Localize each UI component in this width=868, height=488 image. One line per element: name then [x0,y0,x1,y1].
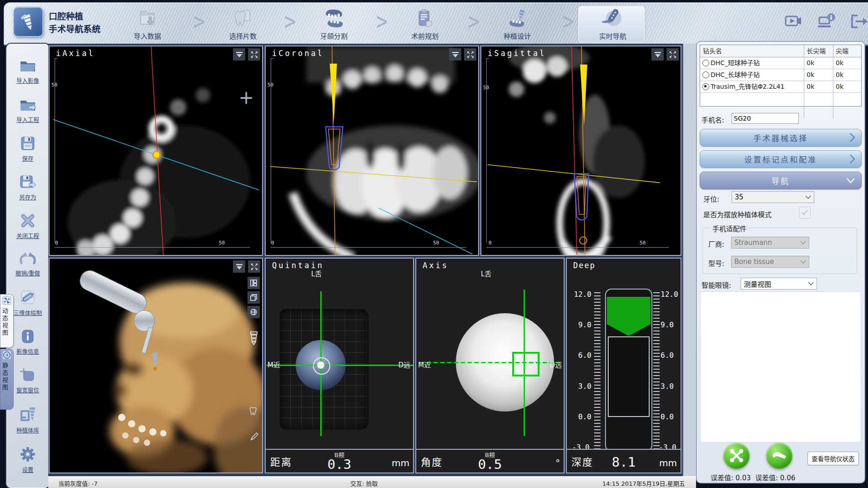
ruler-label: 50 [267,82,273,88]
viewport-sagittal[interactable]: iSagittal 50 0 50 [480,46,681,256]
vendor-select[interactable]: Straumann [731,237,809,249]
handpiece-name-input[interactable] [732,113,799,124]
ruler-label: 50 [483,85,489,91]
import-project-icon [19,97,37,112]
sidebar-item-save[interactable]: 保存 [20,136,36,163]
metric-value: 0.3 [266,457,413,472]
sidebar-item-volume-render[interactable]: 三维体绘制 [14,289,42,317]
tab-static-view[interactable]: 静态视图 [0,349,14,410]
radio-unselected-icon[interactable] [702,71,709,78]
sidebar-item-implant-library[interactable]: 种植体库 [16,407,39,434]
viewport-coronal[interactable]: iCoronal 50 0 50 [265,46,479,256]
tick-label: 3.0 [570,382,591,391]
tick-label: 12.0 [570,290,591,299]
step-implant-design[interactable]: 种植设计 [485,7,549,41]
drill-row[interactable]: DHC_短球种子钻 0k 0k [700,57,861,69]
title-workflow-bar: 口腔种植 手术导航系统 导入数据 > 选择片数 > 牙颌分割 > 术前规划 > … [4,2,868,45]
skull-3d-render[interactable] [50,259,262,473]
set-markers-registration-button[interactable]: 设置标记点和配准 [700,150,862,168]
layout-grid-icon[interactable] [247,277,260,289]
step-jaw-segmentation[interactable]: 牙颌分割 [302,7,366,41]
sidebar-item-label: 保存 [20,154,36,163]
sidebar-item-import-project[interactable]: 导入工程 [16,97,39,124]
static-view-icon [2,351,12,361]
sidebar-item-image-info[interactable]: 影像信息 [16,329,39,356]
tooth-icon[interactable] [249,406,259,418]
sidebar-item-save-as[interactable]: 另存为 [19,174,36,201]
navigation-section-header[interactable]: 导航 [700,172,862,189]
drill-table[interactable]: 钻头名 长尖端 尖端 DHC_短球种子钻 0k 0k DHC_长球种子钻 0k … [700,45,862,107]
open-folder-icon [19,58,37,73]
sidebar-item-import-image[interactable]: 导入影像 [16,58,39,85]
add-point-button[interactable]: + [238,88,254,107]
sidebar-item-settings[interactable]: 设置 [20,446,36,474]
column-header: 尖端 [833,45,860,57]
radio-unselected-icon[interactable] [702,60,709,66]
button-label: 手术器械选择 [753,132,808,143]
fullscreen-button[interactable] [248,260,260,273]
fullscreen-button[interactable] [248,48,260,61]
pen-icon[interactable] [249,432,259,443]
distance-readout: 距离 B颊 0.3 mm [266,449,413,473]
axial-ct-image[interactable] [50,46,262,255]
tick-strip-right [653,292,660,449]
drill-row-selected[interactable]: Trausim_先锋钻Φ2.2L41 0k 0k [700,81,861,93]
sidebar-item-close-project[interactable]: 关闭工程 [16,213,39,240]
column-header: 长尖端 [804,45,833,57]
viewport-3d-volume[interactable] [49,258,263,473]
viewport-axial[interactable]: iAxial 50 0 50 + [49,46,263,256]
axis-gauge-panel: Axis L舌 M近 D远 角度 B颊 0.5 ° [415,258,565,473]
placement-mode-checkbox[interactable] [799,207,811,219]
jaw-segmentation-icon [302,7,366,29]
column-header: 钻头名 [700,45,804,57]
layout-dropdown-button[interactable] [651,48,664,61]
instrument-select-button[interactable]: 手术器械选择 [700,129,862,147]
groupbox-title: 手机适配件 [710,224,749,233]
sagittal-ct-image[interactable] [481,46,681,255]
planned-implant-zone [608,336,650,417]
chevron-down-icon [800,239,806,247]
step-separator-icon: > [376,7,388,35]
step-preop-planning[interactable]: 术前规划 [393,7,457,41]
tooth-position-select[interactable]: 35 [732,191,814,203]
depth-readout: 深度 8.1 mm [567,449,681,473]
system-info-button[interactable]: i [817,12,838,32]
step-select-slices[interactable]: 选择片数 [211,7,275,41]
handpiece-calibration-button[interactable] [766,442,792,469]
drill-row[interactable]: DHC_长球种子钻 0k 0k [700,69,861,81]
tooth-position-label: 牙位: [703,194,719,203]
step-realtime-navigation[interactable]: 实时导航 [581,7,645,41]
tab-dynamic-view[interactable]: 动态视图 [0,294,14,348]
fullscreen-button[interactable] [666,48,679,61]
chevron-right-icon [848,132,856,145]
tool-calibration-button[interactable] [723,442,750,469]
metric-unit: ° [555,458,560,468]
model-select[interactable]: Bone tissue [731,256,809,268]
radio-selected-icon[interactable] [702,83,709,90]
coronal-ct-image[interactable] [266,46,478,255]
sidebar-item-label: 导入影像 [16,76,39,85]
step-import-data[interactable]: 导入数据 [116,7,179,41]
layout-dropdown-button[interactable] [233,260,245,273]
layout-dropdown-button[interactable] [449,48,461,61]
sidebar-item-window-level[interactable]: 窗宽窗位 [16,367,39,394]
tool-sidebar: 导入影像 导入工程 保存 另存为 关闭工程 撤销/重做 三维体绘制 影像信息 窗… [6,44,49,488]
exit-button[interactable] [848,12,868,32]
layout-dropdown-button[interactable] [233,48,245,61]
metric-unit: mm [392,458,409,468]
layers-icon[interactable] [247,291,260,304]
step-label: 术前规划 [393,31,457,41]
smart-glasses-select[interactable]: 测量视图 [741,278,817,290]
tip-status: 0k [833,81,860,92]
globe-icon[interactable] [247,306,260,318]
fullscreen-button[interactable] [464,48,476,61]
navigator-status-button[interactable]: 查看导航仪状态 [807,452,859,465]
gauge-title: Deep [573,261,595,270]
implant-design-icon [485,7,549,29]
record-video-button[interactable] [783,12,804,32]
tip-status: 0k [833,57,860,69]
implant-ghost-icon[interactable] [249,331,258,347]
datetime-status: 14:15 2017年5月19日,星期五 [602,479,685,488]
sidebar-item-undo-redo[interactable]: 撤销/重做 [15,252,40,277]
handpiece-icon [771,449,787,463]
